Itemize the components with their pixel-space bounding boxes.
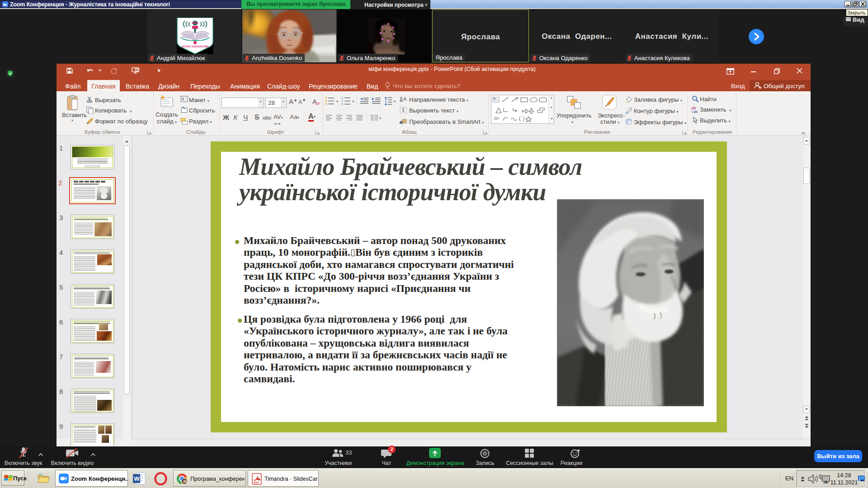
svg-text:PDF: PDF [254, 481, 259, 484]
svg-text:A: A [403, 96, 407, 102]
svg-text:ІНСТИТУТ ЖУРНАЛІСТИКИ: ІНСТИТУТ ЖУРНАЛІСТИКИ [182, 46, 208, 48]
svg-text:ac: ac [693, 109, 698, 113]
svg-text:W: W [134, 475, 140, 482]
svg-text:3: 3 [341, 103, 343, 106]
svg-text:2: 2 [341, 99, 343, 103]
svg-text:1: 1 [341, 96, 343, 99]
